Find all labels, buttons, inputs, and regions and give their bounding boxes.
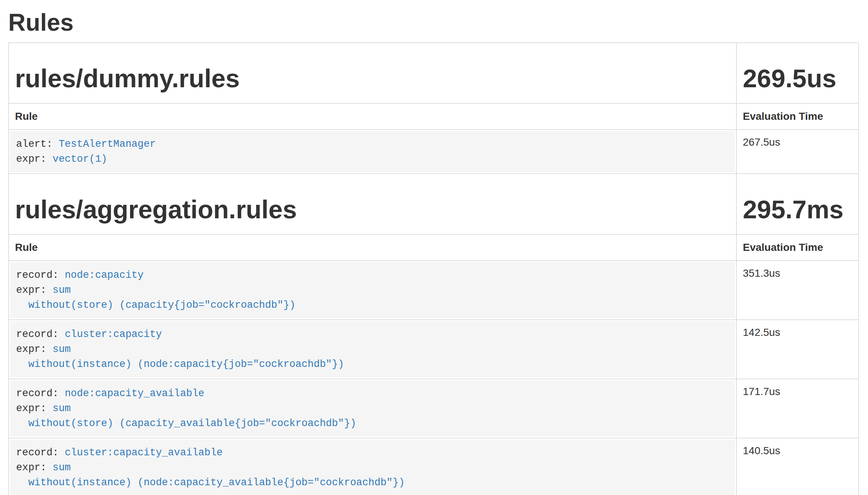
rule-keyword: expr:: [16, 154, 46, 165]
rules-page: Rules rules/dummy.rules 269.5us Rule Eva…: [0, 0, 868, 495]
evaluation-time-cell: 171.7us: [736, 379, 859, 438]
expr-link[interactable]: sum without(store) (capacity_available{j…: [16, 403, 356, 429]
rule-definition: record: cluster:capacity expr: sum witho…: [10, 321, 735, 377]
rule-group-file-cell: rules/aggregation.rules: [9, 174, 736, 234]
rule-row: record: cluster:capacity_available expr:…: [9, 438, 859, 495]
evaluation-time-cell: 142.5us: [736, 320, 859, 379]
expr-link[interactable]: sum without(store) (capacity{job="cockro…: [16, 285, 295, 311]
rule-keyword: expr:: [16, 285, 46, 296]
rule-row: alert: TestAlertManager expr: vector(1) …: [9, 130, 859, 174]
rule-row: record: node:capacity_available expr: su…: [9, 379, 859, 438]
rule-group-file-cell: rules/dummy.rules: [9, 43, 736, 103]
rule-cell: record: node:capacity_available expr: su…: [9, 379, 736, 438]
record-name-link[interactable]: node:capacity: [65, 270, 144, 281]
rule-column-header: Rule: [9, 234, 736, 261]
rule-group-evaluation-time-cell: 269.5us: [736, 43, 859, 103]
rule-cell: record: cluster:capacity_available expr:…: [9, 438, 736, 495]
expr-link[interactable]: sum without(instance) (node:capacity{job…: [16, 344, 344, 370]
record-name-link[interactable]: cluster:capacity: [65, 329, 162, 340]
rule-keyword: record:: [16, 329, 58, 340]
rule-keyword: record:: [16, 270, 58, 281]
rule-group-file: rules/dummy.rules: [15, 64, 730, 92]
evaluation-time-cell: 351.3us: [736, 261, 859, 320]
rule-definition: record: node:capacity expr: sum without(…: [10, 262, 735, 318]
column-header-row: Rule Evaluation Time: [9, 103, 859, 130]
rule-keyword: expr:: [16, 462, 46, 473]
rule-cell: record: node:capacity expr: sum without(…: [9, 261, 736, 320]
rule-keyword: alert:: [16, 139, 52, 150]
rule-definition: record: cluster:capacity_available expr:…: [10, 440, 735, 495]
rule-row: record: node:capacity expr: sum without(…: [9, 261, 859, 320]
rule-column-header: Rule: [9, 103, 736, 130]
page-title: Rules: [8, 0, 859, 36]
expr-link[interactable]: vector(1): [52, 154, 107, 165]
rule-definition: alert: TestAlertManager expr: vector(1): [10, 131, 735, 172]
rule-keyword: record:: [16, 388, 58, 399]
expr-link[interactable]: sum without(instance) (node:capacity_ava…: [16, 462, 405, 488]
rules-table: rules/dummy.rules 269.5us Rule Evaluatio…: [8, 42, 859, 495]
rule-cell: alert: TestAlertManager expr: vector(1): [9, 130, 736, 174]
rule-group-file: rules/aggregation.rules: [15, 195, 730, 224]
rule-keyword: expr:: [16, 344, 46, 355]
column-header-row: Rule Evaluation Time: [9, 234, 859, 261]
rule-keyword: expr:: [16, 403, 46, 414]
rule-group-header-row: rules/dummy.rules 269.5us: [9, 43, 859, 103]
rule-group-evaluation-time: 269.5us: [743, 64, 852, 92]
rule-group-evaluation-time-cell: 295.7ms: [736, 174, 859, 234]
evaluation-time-cell: 267.5us: [736, 130, 859, 174]
alert-name-link[interactable]: TestAlertManager: [58, 139, 156, 150]
evaluation-time-column-header: Evaluation Time: [736, 103, 859, 130]
evaluation-time-cell: 140.5us: [736, 438, 859, 495]
evaluation-time-column-header: Evaluation Time: [736, 234, 859, 261]
rule-definition: record: node:capacity_available expr: su…: [10, 380, 735, 437]
record-name-link[interactable]: node:capacity_available: [65, 388, 205, 399]
rule-cell: record: cluster:capacity expr: sum witho…: [9, 320, 736, 379]
rule-group-evaluation-time: 295.7ms: [743, 195, 852, 224]
rule-row: record: cluster:capacity expr: sum witho…: [9, 320, 859, 379]
rule-group-header-row: rules/aggregation.rules 295.7ms: [9, 174, 859, 234]
rule-keyword: record:: [16, 447, 58, 458]
record-name-link[interactable]: cluster:capacity_available: [65, 447, 223, 458]
